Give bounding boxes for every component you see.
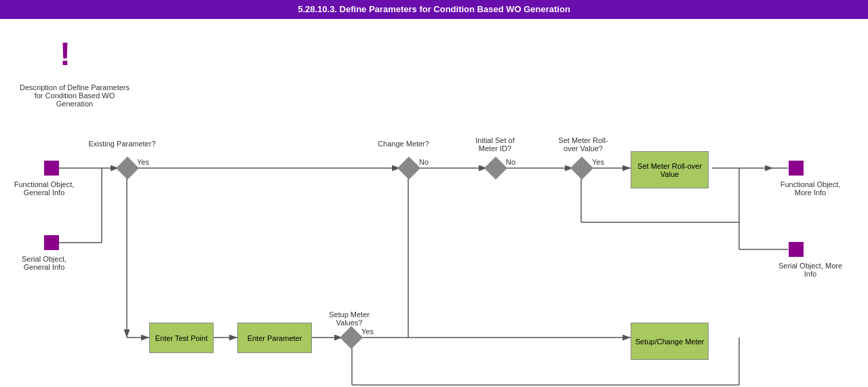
start1-label: Functional Object, General Info bbox=[14, 180, 75, 197]
decision2-no-label: No bbox=[419, 158, 429, 166]
diagram-area: ! Description of Define Parameters for C… bbox=[0, 19, 868, 387]
decision4-yes-label: Yes bbox=[592, 158, 604, 166]
decision4-label: Set Meter Roll-over Value? bbox=[556, 136, 610, 152]
header-title: 5.28.10.3. Define Parameters for Conditi… bbox=[298, 4, 570, 14]
box-enter-test-point[interactable]: Enter Test Point bbox=[149, 323, 214, 353]
decision3-label: Initial Set of Meter ID? bbox=[468, 136, 522, 152]
page-header: 5.28.10.3. Define Parameters for Conditi… bbox=[0, 0, 868, 19]
decision3-no-label: No bbox=[506, 158, 515, 166]
decision-setup-meter-values bbox=[340, 326, 363, 349]
end-node-serial-more bbox=[789, 242, 804, 257]
end1-label: Functional Object, More Info bbox=[773, 180, 848, 197]
decision-change-meter bbox=[397, 157, 420, 180]
start-node-functional bbox=[44, 161, 59, 176]
decision5-label: Setup Meter Values? bbox=[322, 310, 376, 327]
box-setup-change-meter[interactable]: Setup/Change Meter bbox=[631, 323, 709, 360]
exclamation-icon: ! bbox=[60, 38, 71, 70]
decision-existing-parameter bbox=[116, 157, 139, 180]
box-set-rollover-value[interactable]: Set Meter Roll-over Value bbox=[631, 151, 709, 188]
decision1-yes-label: Yes bbox=[137, 158, 149, 166]
box-enter-parameter[interactable]: Enter Parameter bbox=[237, 323, 312, 353]
description-text: Description of Define Parameters for Con… bbox=[17, 83, 132, 108]
decision1-label: Existing Parameter? bbox=[88, 140, 156, 148]
decision-initial-meter-id bbox=[484, 157, 507, 180]
decision2-label: Change Meter? bbox=[376, 140, 431, 148]
start-node-serial bbox=[44, 235, 59, 250]
decision-rollover bbox=[570, 157, 593, 180]
end2-label: Serial Object, More Info bbox=[773, 262, 848, 278]
decision5-yes-label: Yes bbox=[361, 327, 374, 335]
start2-label: Serial Object, General Info bbox=[14, 255, 75, 271]
end-node-functional-more bbox=[789, 161, 804, 176]
